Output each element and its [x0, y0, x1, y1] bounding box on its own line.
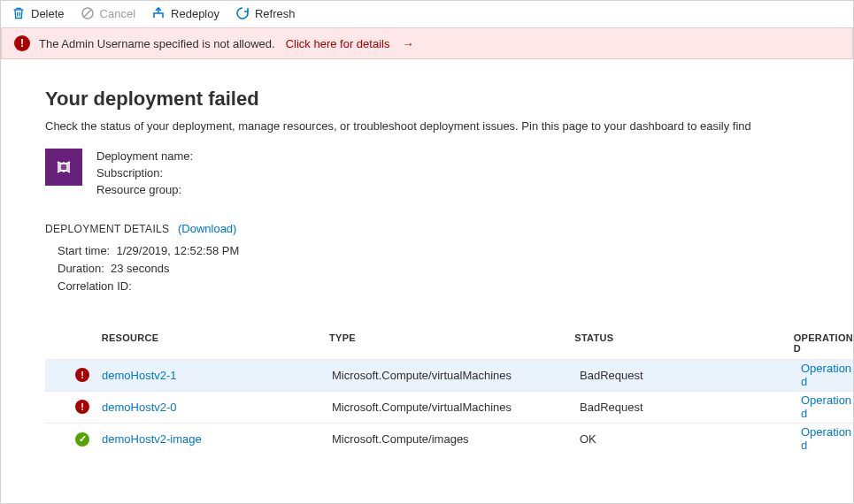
row-type: Microsoft.Compute/virtualMachines: [332, 401, 580, 414]
deployment-summary: Deployment name: Subscription: Resource …: [45, 149, 853, 199]
command-bar: Delete Cancel Redeploy Refresh: [1, 1, 853, 27]
details-section-label: DEPLOYMENT DETAILS: [45, 223, 169, 235]
banner-text: The Admin Username specified is not allo…: [39, 37, 275, 50]
redeploy-label: Redeploy: [171, 7, 219, 20]
refresh-icon: [235, 6, 250, 20]
cancel-label: Cancel: [100, 7, 135, 20]
col-header-type: TYPE: [329, 332, 574, 354]
resource-group-label: Resource group:: [96, 182, 193, 199]
row-status: BadRequest: [580, 369, 801, 382]
table-header: RESOURCE TYPE STATUS OPERATION D: [45, 327, 853, 359]
deployment-meta: Deployment name: Subscription: Resource …: [96, 149, 193, 199]
row-status: OK: [580, 432, 801, 446]
redeploy-icon: [151, 6, 165, 20]
deployment-icon: [45, 149, 82, 186]
start-time-label: Start time:: [58, 244, 110, 257]
operation-link[interactable]: Operation d: [801, 393, 851, 420]
row-status: BadRequest: [580, 401, 801, 414]
operation-link[interactable]: Operation d: [801, 425, 851, 452]
delete-button[interactable]: Delete: [12, 6, 65, 20]
error-icon: !: [14, 35, 30, 51]
duration-label: Duration:: [58, 262, 104, 275]
error-icon: !: [75, 368, 89, 382]
page-title: Your deployment failed: [45, 88, 853, 111]
duration-value: 23 seconds: [111, 262, 170, 275]
operation-link[interactable]: Operation d: [801, 362, 851, 388]
error-banner: ! The Admin Username specified is not al…: [1, 27, 853, 59]
correlation-id-label: Correlation ID:: [58, 279, 132, 293]
col-header-resource: RESOURCE: [102, 332, 329, 354]
arrow-right-icon: →: [402, 37, 413, 50]
col-header-operation: OPERATION D: [794, 332, 853, 354]
main-content: Your deployment failed Check the status …: [1, 59, 853, 454]
redeploy-button[interactable]: Redeploy: [151, 6, 219, 20]
deployment-name-label: Deployment name:: [96, 149, 193, 165]
resource-link[interactable]: demoHostv2-1: [102, 369, 177, 382]
refresh-button[interactable]: Refresh: [235, 6, 296, 20]
deployment-details-header: DEPLOYMENT DETAILS (Download): [45, 222, 853, 235]
subscription-label: Subscription:: [96, 165, 193, 182]
table-row[interactable]: ! demoHostv2-1 Microsoft.Compute/virtual…: [45, 359, 853, 391]
banner-details-link[interactable]: Click here for details: [286, 37, 390, 50]
table-row[interactable]: ✓ demoHostv2-image Microsoft.Compute/ima…: [45, 423, 853, 454]
cancel-button: Cancel: [81, 6, 135, 20]
refresh-label: Refresh: [255, 7, 296, 20]
row-type: Microsoft.Compute/images: [332, 432, 580, 446]
page-subtitle: Check the status of your deployment, man…: [45, 119, 853, 133]
error-icon: !: [75, 400, 89, 414]
deployment-details: Start time: 1/29/2019, 12:52:58 PM Durat…: [58, 242, 853, 295]
cancel-icon: [81, 6, 95, 20]
resources-table: RESOURCE TYPE STATUS OPERATION D ! demoH…: [45, 327, 853, 454]
resource-link[interactable]: demoHostv2-image: [102, 432, 202, 446]
trash-icon: [12, 6, 26, 20]
col-header-status: STATUS: [574, 332, 793, 354]
start-time-value: 1/29/2019, 12:52:58 PM: [116, 244, 239, 257]
svg-marker-2: [60, 163, 67, 172]
table-row[interactable]: ! demoHostv2-0 Microsoft.Compute/virtual…: [45, 391, 853, 423]
svg-line-1: [84, 10, 91, 17]
row-type: Microsoft.Compute/virtualMachines: [332, 369, 580, 382]
download-link[interactable]: (Download): [178, 222, 236, 235]
delete-label: Delete: [31, 7, 65, 20]
success-icon: ✓: [75, 432, 89, 447]
resource-link[interactable]: demoHostv2-0: [102, 401, 177, 414]
